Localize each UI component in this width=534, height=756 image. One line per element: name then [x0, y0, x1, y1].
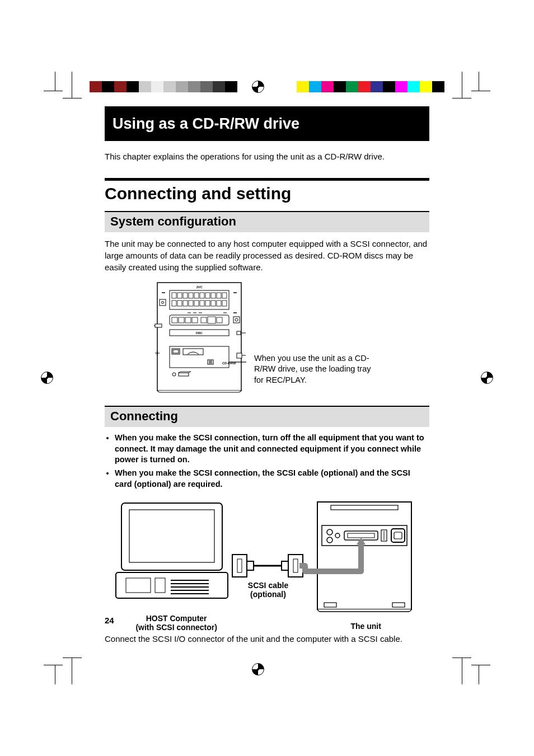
svg-rect-36 — [201, 317, 207, 323]
connecting-note: When you make the SCSI connection, turn … — [115, 433, 429, 466]
crop-mark — [63, 658, 82, 658]
color-swatch — [432, 81, 444, 92]
color-swatch — [139, 81, 151, 92]
color-swatch — [334, 81, 346, 92]
connection-diagram: SCSI cable(optional) HOST Computer (with… — [105, 499, 429, 632]
svg-rect-57 — [237, 353, 242, 358]
svg-rect-94 — [392, 603, 405, 607]
manual-page: Using as a CD-R/RW drive This chapter ex… — [0, 0, 534, 756]
host-computer-icon — [116, 503, 228, 598]
color-swatch — [346, 81, 358, 92]
host-computer-label: HOST Computer (with SCSI connector) — [121, 614, 231, 632]
crop-mark — [452, 658, 471, 658]
color-swatch — [321, 81, 334, 92]
registration-mark-icon — [481, 372, 493, 384]
svg-rect-80 — [317, 502, 411, 609]
unit-front-diagram: JVC — [154, 281, 246, 396]
registration-mark-icon — [252, 663, 264, 675]
registration-mark-icon — [252, 81, 264, 93]
connecting-final-instruction: Connect the SCSI I/O connector of the un… — [105, 634, 429, 644]
color-swatch — [90, 81, 102, 92]
svg-rect-37 — [208, 317, 216, 323]
svg-rect-67 — [155, 578, 165, 593]
tray-callout-text: When you use the unit as a CD-R/RW drive… — [254, 292, 380, 386]
registration-mark-icon — [41, 372, 53, 384]
color-swatch — [200, 81, 213, 92]
svg-rect-29 — [160, 299, 166, 306]
svg-rect-74 — [237, 559, 242, 572]
scsi-cable-icon — [232, 555, 303, 577]
svg-text:DISC: DISC — [196, 331, 203, 335]
svg-rect-35 — [192, 317, 198, 323]
crop-mark — [462, 658, 462, 684]
subheading-connecting: Connecting — [105, 406, 429, 427]
color-swatch — [297, 81, 309, 92]
svg-rect-1 — [170, 290, 229, 309]
svg-rect-64 — [129, 510, 214, 562]
svg-rect-81 — [331, 505, 398, 510]
color-swatch — [188, 81, 200, 92]
svg-rect-91 — [394, 532, 402, 539]
connecting-notes-list: When you make the SCSI connection, turn … — [105, 433, 429, 490]
svg-rect-33 — [179, 317, 184, 323]
color-swatch — [383, 81, 395, 92]
svg-rect-46 — [237, 331, 241, 335]
section-rule — [105, 178, 429, 181]
crop-mark — [44, 91, 63, 91]
color-swatch — [420, 81, 432, 92]
crop-mark — [452, 98, 471, 98]
page-number: 24 — [105, 616, 114, 625]
connection-diagram-labels: HOST Computer (with SCSI connector) The … — [105, 614, 429, 632]
color-swatch — [309, 81, 321, 92]
svg-rect-39 — [233, 317, 240, 323]
crop-mark — [462, 72, 462, 98]
crop-mark — [55, 665, 55, 684]
crop-mark — [55, 72, 55, 91]
crop-mark — [72, 72, 72, 98]
color-swatch — [127, 81, 139, 92]
crop-mark — [72, 658, 72, 684]
svg-rect-79 — [293, 559, 298, 572]
color-swatch — [358, 81, 371, 92]
crop-mark — [63, 98, 82, 98]
color-swatch — [102, 81, 114, 92]
svg-rect-66 — [126, 578, 151, 593]
svg-rect-34 — [185, 317, 191, 323]
page-content: Using as a CD-R/RW drive This chapter ex… — [105, 106, 429, 652]
color-swatch — [114, 81, 127, 92]
section-heading: Connecting and setting — [105, 184, 429, 203]
connecting-note: When you make the SCSI connection, the S… — [115, 468, 429, 490]
chapter-intro: This chapter explains the operations for… — [105, 151, 429, 162]
chapter-banner: Using as a CD-R/RW drive — [105, 106, 429, 141]
svg-rect-93 — [324, 603, 336, 607]
color-bar-right — [297, 81, 444, 92]
color-swatch — [395, 81, 407, 92]
svg-rect-32 — [172, 317, 177, 323]
color-swatch — [225, 81, 237, 92]
svg-rect-38 — [217, 317, 222, 323]
host-label-line1: HOST Computer — [121, 614, 231, 623]
color-swatch — [151, 81, 163, 92]
host-label-line2: (with SCSI connector) — [121, 623, 231, 632]
crop-mark — [479, 665, 479, 684]
svg-rect-49 — [173, 350, 179, 353]
crop-mark — [471, 665, 490, 665]
unit-label: The unit — [319, 614, 413, 632]
system-configuration-body: The unit may be connected to any host co… — [105, 238, 429, 273]
color-swatch — [163, 81, 176, 92]
subheading-system-configuration: System configuration — [105, 211, 429, 232]
unit-rear-icon — [299, 502, 411, 612]
svg-rect-62 — [179, 373, 189, 376]
svg-rect-77 — [282, 561, 288, 570]
crop-mark — [479, 72, 479, 91]
svg-rect-75 — [247, 561, 254, 570]
unit-diagram-row: JVC — [105, 281, 429, 396]
color-swatch — [407, 81, 420, 92]
color-swatch — [371, 81, 383, 92]
svg-rect-41 — [155, 324, 162, 327]
chapter-title: Using as a CD-R/RW drive — [113, 115, 299, 133]
svg-rect-87 — [348, 533, 374, 538]
crop-mark — [44, 665, 63, 665]
crop-mark — [471, 91, 490, 91]
color-bar-left — [90, 81, 237, 92]
